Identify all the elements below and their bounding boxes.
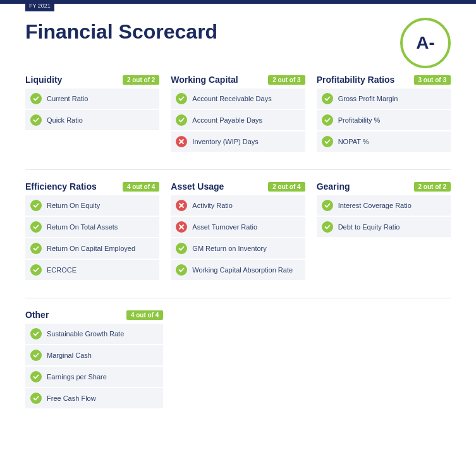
section-other: Other4 out of 4Sustainable Growth RateMa… [25,310,163,408]
section-working-capital: Working Capital2 out of 3Account Receiva… [171,75,305,152]
list-item: Asset Turnover Ratio [171,217,305,237]
badge-profitability: 3 out of 3 [414,75,451,85]
section-profitability: Profitability Ratios3 out of 3Gross Prof… [317,75,451,152]
list-item: Working Capital Absorption Rate [171,260,305,280]
badge-working-capital: 2 out of 3 [268,75,305,85]
list-item: Return On Capital Employed [25,238,159,259]
check-icon [322,221,333,233]
list-item: Inventory (WIP) Days [171,131,305,152]
section-title-other: Other [25,310,49,320]
item-label: Working Capital Absorption Rate [192,266,293,274]
section-asset-usage: Asset Usage2 out of 4Activity RatioAsset… [171,181,305,280]
item-label: Return On Capital Employed [47,244,135,253]
list-item: Quick Ratio [25,110,159,130]
item-label: NOPAT % [338,137,369,146]
sections-row-0: Liquidity2 out of 2Current RatioQuick Ra… [25,75,451,152]
list-item: Interest Coverage Ratio [317,195,451,216]
list-item: Account Payable Days [171,110,305,130]
check-icon [30,243,42,254]
page-title: Financial Scorecard [25,20,217,44]
section-liquidity: Liquidity2 out of 2Current RatioQuick Ra… [25,75,159,152]
item-label: Return On Equity [47,201,100,210]
section-header-gearing: Gearing2 out of 2 [317,181,451,192]
sections-row-2: Other4 out of 4Sustainable Growth RateMa… [25,310,451,408]
items-list-efficiency: Return On EquityReturn On Total AssetsRe… [25,195,159,280]
item-label: GM Return on Inventory [192,244,266,253]
section-divider [25,298,451,298]
item-label: Current Ratio [47,94,88,103]
check-icon [30,350,42,361]
list-item: Activity Ratio [171,195,305,216]
items-list-asset-usage: Activity RatioAsset Turnover RatioGM Ret… [171,195,305,280]
x-icon [176,200,187,211]
check-icon [30,264,42,276]
check-icon [30,221,42,233]
check-icon [30,328,42,339]
items-list-other: Sustainable Growth RateMarginal CashEarn… [25,324,163,408]
item-label: Earnings per Share [47,372,107,381]
item-label: Interest Coverage Ratio [338,201,412,210]
list-item: Free Cash Flow [25,388,163,408]
item-label: Free Cash Flow [47,394,96,403]
check-icon [322,136,333,147]
section-header-asset-usage: Asset Usage2 out of 4 [171,181,305,192]
list-item: Current Ratio [25,89,159,109]
section-title-liquidity: Liquidity [25,75,62,85]
item-label: Quick Ratio [47,116,83,125]
section-title-working-capital: Working Capital [171,75,238,85]
sections-row-1: Efficiency Ratios4 out of 4Return On Equ… [25,181,451,280]
check-icon [30,93,42,104]
check-icon [30,393,42,404]
check-icon [30,114,42,126]
section-gearing: Gearing2 out of 2Interest Coverage Ratio… [317,181,451,280]
check-icon [176,243,187,254]
item-label: Profitability % [338,116,381,125]
section-efficiency: Efficiency Ratios4 out of 4Return On Equ… [25,181,159,280]
badge-other: 4 out of 4 [126,310,163,320]
item-label: Marginal Cash [47,351,92,360]
list-item: Earnings per Share [25,367,163,387]
check-icon [176,93,187,104]
section-header-other: Other4 out of 4 [25,310,163,320]
check-icon [176,264,187,276]
item-label: Account Receivable Days [192,94,271,103]
list-item: Profitability % [317,110,451,130]
badge-asset-usage: 2 out of 4 [268,182,305,192]
item-label: Sustainable Growth Rate [47,329,124,338]
check-icon [322,114,333,126]
list-item: Account Receivable Days [171,89,305,109]
section-title-efficiency: Efficiency Ratios [25,181,97,192]
list-item: GM Return on Inventory [171,238,305,259]
item-label: Gross Profit Margin [338,94,398,103]
section-header-liquidity: Liquidity2 out of 2 [25,75,159,85]
check-icon [176,114,187,126]
grade-circle: A- [400,18,451,68]
check-icon [322,200,333,211]
items-list-gearing: Interest Coverage RatioDebt to Equity Ra… [317,195,451,237]
list-item: NOPAT % [317,131,451,152]
x-icon [176,221,187,233]
list-item: Debt to Equity Ratio [317,217,451,237]
item-label: Inventory (WIP) Days [192,137,259,146]
list-item: Marginal Cash [25,345,163,365]
fy-badge: FY 2021 [25,0,54,11]
list-item: Gross Profit Margin [317,89,451,109]
section-title-gearing: Gearing [317,181,350,192]
item-label: Asset Turnover Ratio [192,223,257,231]
item-label: Return On Total Assets [47,223,118,231]
top-bar: FY 2021 [0,0,476,4]
items-list-working-capital: Account Receivable DaysAccount Payable D… [171,89,305,152]
list-item: ECROCE [25,260,159,280]
section-title-profitability: Profitability Ratios [317,75,395,85]
badge-efficiency: 4 out of 4 [123,182,159,192]
items-list-liquidity: Current RatioQuick Ratio [25,89,159,130]
badge-gearing: 2 out of 2 [414,182,451,192]
list-item: Return On Total Assets [25,217,159,237]
item-label: Account Payable Days [192,116,262,125]
section-header-working-capital: Working Capital2 out of 3 [171,75,305,85]
list-item: Sustainable Growth Rate [25,324,163,344]
check-icon [322,93,333,104]
section-header-profitability: Profitability Ratios3 out of 3 [317,75,451,85]
section-title-asset-usage: Asset Usage [171,181,224,192]
badge-liquidity: 2 out of 2 [123,75,159,85]
